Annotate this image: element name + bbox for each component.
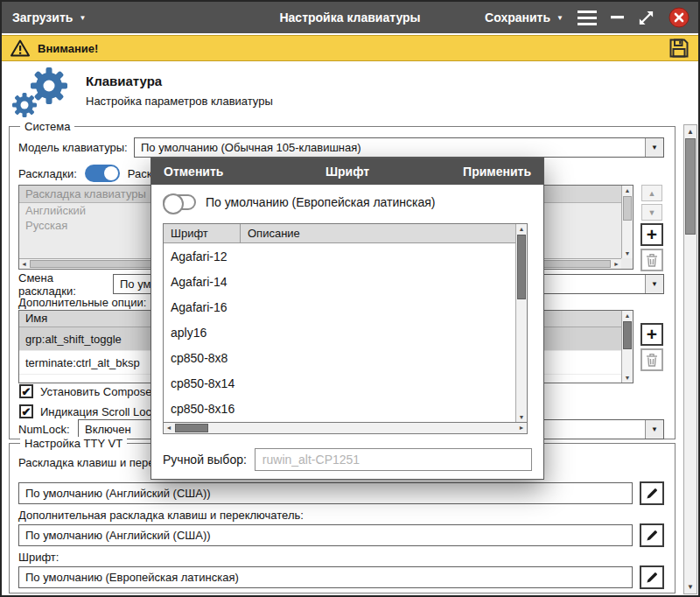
default-font-toggle-label: По умолчанию (Европейская латинская) bbox=[206, 195, 436, 209]
tty-extra-layout-label: Дополнительная раскладка клавиш и перекл… bbox=[18, 509, 304, 522]
scroll-down-icon[interactable]: ▼ bbox=[684, 581, 696, 593]
font-name-cell: Agafari-12 bbox=[171, 249, 228, 263]
warning-icon bbox=[10, 39, 30, 57]
scrollbar-thumb[interactable] bbox=[175, 424, 208, 432]
font-table[interactable]: Шрифт Описание Agafari-12 Agafari-14 Aga… bbox=[163, 223, 528, 423]
font-table-vscrollbar[interactable]: ▲ ▼ bbox=[515, 224, 527, 422]
manual-select-label: Ручной выбор: bbox=[163, 453, 247, 467]
move-down-button[interactable]: ▼ bbox=[641, 204, 662, 221]
menu-button[interactable] bbox=[578, 11, 597, 25]
tty-font-row: По умолчанию (Европейская латинская) bbox=[18, 565, 664, 589]
close-icon bbox=[668, 7, 690, 28]
scrollbar-thumb[interactable] bbox=[623, 321, 632, 349]
tty-group-legend: Настройка TTY VT bbox=[20, 437, 127, 450]
options-table-vscrollbar[interactable]: ▲ ▼ bbox=[621, 311, 633, 383]
tty-font-value: По умолчанию (Европейская латинская) bbox=[25, 571, 239, 584]
font-dialog-titlebar: Отменить Шрифт Применить bbox=[151, 158, 543, 185]
font-table-hscrollbar[interactable]: ◄ ► bbox=[163, 423, 528, 434]
titlebar-controls: Сохранить ▼ bbox=[485, 2, 690, 33]
font-column-header: Шрифт bbox=[164, 224, 241, 242]
layouts-toggle[interactable] bbox=[85, 165, 120, 182]
minimize-button[interactable] bbox=[611, 16, 624, 19]
save-menu-button[interactable]: Сохранить ▼ bbox=[485, 11, 564, 25]
scroll-right-icon[interactable]: ► bbox=[612, 259, 621, 269]
font-table-row[interactable]: cp850-8x16 bbox=[164, 396, 527, 421]
scrolllock-checkbox-row[interactable]: ✔ Индикация Scroll Lock bbox=[19, 403, 158, 420]
scroll-left-icon[interactable]: ◄ bbox=[19, 259, 29, 269]
font-table-row[interactable]: cp850-8x14 bbox=[164, 370, 527, 396]
window-title: Настройка клавиатуры bbox=[279, 11, 420, 25]
pencil-icon bbox=[646, 571, 659, 584]
load-menu-label: Загрузить bbox=[12, 11, 73, 25]
floppy-icon bbox=[668, 38, 690, 59]
dropdown-arrow-icon[interactable]: ▼ bbox=[645, 275, 663, 293]
layouts-list-vscrollbar[interactable]: ▲ ▼ bbox=[621, 186, 633, 258]
tty-layout-field: По умолчанию (Английский (США)) bbox=[18, 482, 633, 504]
edit-tty-extra-layout-button[interactable] bbox=[640, 523, 664, 547]
add-layout-button[interactable]: + bbox=[640, 223, 663, 246]
compose-checkbox[interactable]: ✔ bbox=[19, 384, 33, 398]
caret-down-icon: ▼ bbox=[556, 15, 564, 22]
expand-icon bbox=[638, 10, 654, 26]
font-table-row[interactable]: cp850-8x8 bbox=[164, 345, 527, 370]
font-name-cell: cp850-8x14 bbox=[171, 376, 234, 390]
warning-bar: Внимание! bbox=[2, 35, 698, 61]
scroll-up-icon[interactable]: ▲ bbox=[684, 126, 696, 137]
scrollbar-thumb[interactable] bbox=[623, 196, 632, 221]
font-name-cell: Agafari-16 bbox=[171, 300, 228, 314]
compose-checkbox-row[interactable]: ✔ Установить Compose bbox=[19, 383, 151, 400]
dropdown-arrow-icon[interactable]: ▼ bbox=[645, 138, 663, 157]
font-table-row[interactable]: Agafari-16 bbox=[164, 294, 527, 320]
scrollbar-thumb[interactable] bbox=[685, 138, 696, 235]
font-table-row[interactable]: Agafari-14 bbox=[164, 269, 527, 294]
pencil-icon bbox=[646, 487, 659, 500]
scroll-up-icon[interactable]: ▲ bbox=[622, 186, 633, 195]
numlock-value: Включен bbox=[85, 423, 131, 436]
scroll-down-icon[interactable]: ▼ bbox=[622, 249, 633, 258]
scrolllock-checkbox[interactable]: ✔ bbox=[19, 404, 33, 418]
edit-tty-font-button[interactable] bbox=[640, 565, 664, 589]
close-button[interactable] bbox=[668, 7, 690, 28]
keyboard-settings-gears-icon bbox=[10, 65, 74, 119]
page-title: Клавиатура bbox=[86, 74, 162, 88]
keyboard-model-value: По умолчанию (Обычная 105-клавишная) bbox=[141, 141, 361, 154]
font-table-row[interactable]: aply16 bbox=[164, 320, 527, 345]
add-option-button[interactable]: + bbox=[640, 323, 663, 346]
scroll-down-icon[interactable]: ▼ bbox=[516, 412, 527, 422]
keyboard-model-select[interactable]: По умолчанию (Обычная 105-клавишная) ▼ bbox=[134, 137, 664, 158]
layouts-list-buttons: ▲ ▼ + bbox=[640, 185, 664, 271]
scroll-up-icon[interactable]: ▲ bbox=[622, 311, 633, 320]
options-table-buttons: + bbox=[640, 310, 664, 383]
keyboard-settings-window: Загрузить ▼ Настройка клавиатуры Сохрани… bbox=[0, 0, 700, 597]
delete-layout-button[interactable] bbox=[640, 249, 663, 271]
checkmark-icon: ✔ bbox=[22, 406, 32, 418]
main-vscrollbar[interactable]: ▲ ▼ bbox=[683, 124, 697, 594]
load-menu-button[interactable]: Загрузить ▼ bbox=[12, 11, 86, 25]
dropdown-arrow-icon[interactable]: ▼ bbox=[645, 420, 663, 439]
option-name-cell: terminate:ctrl_alt_bksp bbox=[25, 356, 140, 369]
delete-option-button[interactable] bbox=[640, 348, 663, 371]
move-up-button[interactable]: ▲ bbox=[641, 185, 662, 201]
save-to-disk-button[interactable] bbox=[668, 38, 690, 59]
scroll-left-icon[interactable]: ◄ bbox=[164, 423, 174, 433]
extra-options-label: Дополнительные опции: bbox=[18, 296, 146, 309]
scroll-down-icon[interactable]: ▼ bbox=[622, 373, 633, 383]
layout-switch-label: Смена раскладки: bbox=[18, 271, 113, 298]
layouts-label: Раскладки: bbox=[18, 167, 77, 180]
scroll-up-icon[interactable]: ▲ bbox=[516, 224, 527, 234]
scrollbar-thumb[interactable] bbox=[517, 235, 526, 299]
keyboard-model-row: Модель клавиатуры: По умолчанию (Обычная… bbox=[18, 137, 664, 158]
scroll-right-icon[interactable]: ► bbox=[516, 423, 527, 433]
dialog-apply-button[interactable]: Применить bbox=[463, 165, 531, 179]
font-table-row[interactable]: Agafari-12 bbox=[164, 243, 527, 269]
font-name-cell: cp850-8x16 bbox=[171, 402, 234, 416]
dialog-cancel-button[interactable]: Отменить bbox=[164, 165, 223, 179]
titlebar: Загрузить ▼ Настройка клавиатуры Сохрани… bbox=[2, 2, 698, 33]
font-dialog: Отменить Шрифт Применить По умолчанию (Е… bbox=[150, 158, 544, 480]
keyboard-model-label: Модель клавиатуры: bbox=[18, 141, 134, 154]
manual-font-input[interactable] bbox=[255, 448, 532, 471]
default-font-toggle[interactable] bbox=[163, 194, 196, 210]
maximize-button[interactable] bbox=[638, 10, 654, 26]
tty-font-label: Шрифт: bbox=[18, 551, 59, 564]
edit-tty-layout-button[interactable] bbox=[640, 481, 664, 505]
